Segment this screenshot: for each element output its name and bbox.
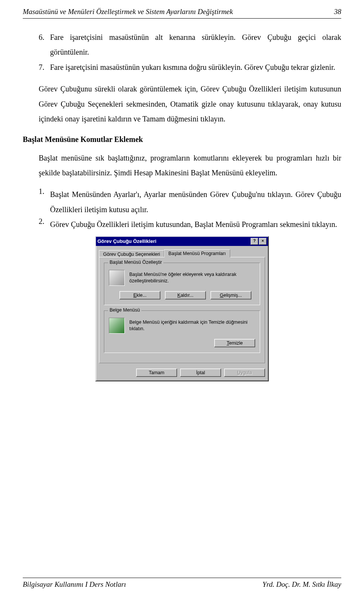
step-b1-text: Başlat Menüsünden Ayarlar'ı, Ayarlar men… xyxy=(50,187,341,217)
dialog-titlebar[interactable]: Görev Çubuğu Özellikleri ? × xyxy=(96,237,268,246)
step-b2-number: 2. xyxy=(39,217,50,232)
group-documents-text: Belge Menüsü içeriğini kaldırmak için Te… xyxy=(129,319,255,332)
step-b2-text: Görev Çubuğu Özellikleri iletişim kutusu… xyxy=(50,217,341,232)
step-7-number: 7. xyxy=(39,60,50,75)
middle-paragraph: Görev Çubuğunu sürekli olarak görüntülem… xyxy=(39,82,341,126)
dialog-title: Görev Çubuğu Özellikleri xyxy=(97,238,156,244)
group-documents-title: Belge Menüsü xyxy=(108,307,141,313)
advanced-button[interactable]: Gelişmiş... xyxy=(210,291,251,299)
recycle-icon xyxy=(109,318,125,334)
help-button[interactable]: ? xyxy=(251,238,258,245)
tab-start-menu-programs[interactable]: Başlat Menüsü Programları xyxy=(164,249,230,257)
page-header: Masaüstünü ve Menüleri Özelleştirmek ve … xyxy=(23,8,341,16)
tab-row: Görev Çubuğu Seçenekleri Başlat Menüsü P… xyxy=(96,246,268,257)
group-documents-menu: Belge Menüsü Belge Menüsü içeriğini kald… xyxy=(104,310,260,353)
header-title: Masaüstünü ve Menüleri Özelleştirmek ve … xyxy=(23,8,233,16)
close-button[interactable]: × xyxy=(259,238,267,245)
step-7: 7. Fare işaretçisini masaüstünün yukarı … xyxy=(39,60,341,75)
step-b1: 1. Başlat Menüsünden Ayarlar'ı, Ayarlar … xyxy=(39,187,341,217)
page-number: 38 xyxy=(334,8,341,16)
step-6-text: Fare işaretçisini masaüstünün alt kenarı… xyxy=(50,30,341,60)
add-button[interactable]: Ekle... xyxy=(119,291,160,299)
group-customize-title: Başlat Menüsü Özelleştir xyxy=(108,260,163,265)
section-heading: Başlat Menüsüne Komutlar Eklemek xyxy=(23,135,341,144)
step-b2: 2. Görev Çubuğu Özellikleri iletişim kut… xyxy=(39,217,341,232)
footer-rule xyxy=(23,578,341,578)
footer-right: Yrd. Doç. Dr. M. Sıtkı İlkay xyxy=(262,580,341,589)
step-7-text: Fare işaretçisini masaüstünün yukarı kıs… xyxy=(50,60,341,75)
remove-button[interactable]: Kaldır... xyxy=(165,291,206,299)
ok-button[interactable]: Tamam xyxy=(136,369,177,377)
apply-button[interactable]: Uygula xyxy=(224,369,265,377)
start-menu-icon xyxy=(109,270,125,286)
intro-paragraph: Başlat menüsüne sık başlattığınız, progr… xyxy=(39,151,341,181)
cancel-button[interactable]: İptal xyxy=(180,369,221,377)
page-footer: Bilgisayar Kullanımı I Ders Notları Yrd.… xyxy=(23,578,341,589)
clear-button[interactable]: Temizle xyxy=(214,339,255,347)
dialog-bottom-buttons: Tamam İptal Uygula xyxy=(96,366,268,381)
tab-panel-start-menu: Başlat Menüsü Özelleştir Başlat Menüsü'n… xyxy=(99,257,265,363)
footer-left: Bilgisayar Kullanımı I Ders Notları xyxy=(23,580,126,589)
group-customize-start-menu: Başlat Menüsü Özelleştir Başlat Menüsü'n… xyxy=(104,263,260,305)
step-6-number: 6. xyxy=(39,30,50,60)
taskbar-properties-dialog: Görev Çubuğu Özellikleri ? × Görev Çubuğ… xyxy=(95,236,269,381)
group-customize-text: Başlat Menüsü'ne öğeler ekleyerek veya k… xyxy=(129,271,255,284)
header-rule xyxy=(23,18,341,19)
step-6: 6. Fare işaretçisini masaüstünün alt ken… xyxy=(39,30,341,60)
step-b1-number: 1. xyxy=(39,187,50,217)
